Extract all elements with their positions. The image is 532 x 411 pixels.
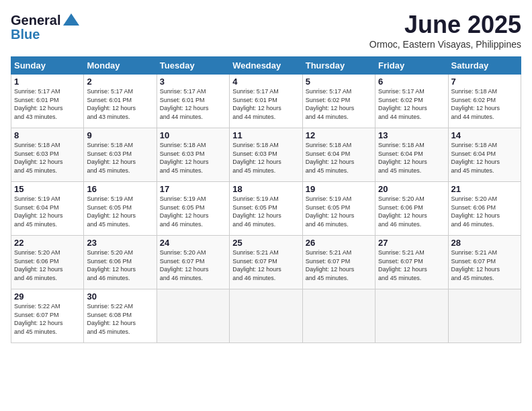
day-info: Sunrise: 5:19 AM Sunset: 6:05 PM Dayligh… (306, 195, 372, 228)
day-number: 7 (451, 77, 518, 87)
day-info: Sunrise: 5:21 AM Sunset: 6:07 PM Dayligh… (451, 248, 518, 282)
calendar-week-row: 8Sunrise: 5:18 AM Sunset: 6:03 PM Daylig… (11, 128, 521, 182)
calendar-day-cell (157, 289, 229, 343)
calendar-day-cell: 3Sunrise: 5:17 AM Sunset: 6:01 PM Daylig… (157, 75, 229, 128)
day-number: 9 (87, 130, 153, 140)
day-info: Sunrise: 5:20 AM Sunset: 6:07 PM Dayligh… (160, 248, 226, 282)
day-number: 26 (306, 238, 372, 248)
calendar-day-cell: 16Sunrise: 5:19 AM Sunset: 6:05 PM Dayli… (84, 182, 157, 236)
calendar-day-cell: 2Sunrise: 5:17 AM Sunset: 6:01 PM Daylig… (84, 75, 157, 128)
day-info: Sunrise: 5:17 AM Sunset: 6:01 PM Dayligh… (160, 87, 226, 121)
calendar-day-cell: 29Sunrise: 5:22 AM Sunset: 6:07 PM Dayli… (11, 289, 84, 343)
day-info: Sunrise: 5:17 AM Sunset: 6:01 PM Dayligh… (14, 87, 81, 121)
logo-icon (62, 11, 81, 30)
calendar-day-cell: 11Sunrise: 5:18 AM Sunset: 6:03 PM Dayli… (230, 128, 302, 182)
calendar-day-cell: 30Sunrise: 5:22 AM Sunset: 6:08 PM Dayli… (84, 289, 157, 343)
day-number: 22 (14, 238, 81, 248)
day-number: 21 (451, 184, 518, 194)
day-number: 14 (451, 130, 518, 140)
title-block: June 2025 Ormoc, Eastern Visayas, Philip… (369, 11, 521, 50)
day-info: Sunrise: 5:18 AM Sunset: 6:04 PM Dayligh… (451, 141, 518, 175)
calendar-day-cell: 8Sunrise: 5:18 AM Sunset: 6:03 PM Daylig… (11, 128, 84, 182)
day-info: Sunrise: 5:21 AM Sunset: 6:07 PM Dayligh… (232, 248, 299, 282)
day-info: Sunrise: 5:19 AM Sunset: 6:05 PM Dayligh… (232, 195, 299, 228)
day-info: Sunrise: 5:20 AM Sunset: 6:06 PM Dayligh… (14, 248, 81, 282)
logo-blue: Blue (11, 27, 40, 42)
calendar-day-cell: 28Sunrise: 5:21 AM Sunset: 6:07 PM Dayli… (448, 236, 521, 289)
day-number: 19 (306, 184, 372, 194)
day-number: 17 (160, 184, 226, 194)
calendar-day-cell: 20Sunrise: 5:20 AM Sunset: 6:06 PM Dayli… (375, 182, 448, 236)
day-number: 5 (306, 77, 372, 87)
calendar-day-cell (302, 289, 375, 343)
day-number: 20 (378, 184, 445, 194)
day-info: Sunrise: 5:22 AM Sunset: 6:08 PM Dayligh… (87, 302, 153, 336)
day-info: Sunrise: 5:18 AM Sunset: 6:04 PM Dayligh… (306, 141, 372, 175)
calendar-day-cell: 17Sunrise: 5:19 AM Sunset: 6:05 PM Dayli… (157, 182, 229, 236)
day-number: 15 (14, 184, 81, 194)
day-number: 11 (232, 130, 299, 140)
day-number: 4 (232, 77, 299, 87)
calendar-week-row: 29Sunrise: 5:22 AM Sunset: 6:07 PM Dayli… (11, 289, 521, 343)
weekday-header: Friday (375, 57, 448, 75)
calendar-day-cell: 23Sunrise: 5:20 AM Sunset: 6:06 PM Dayli… (84, 236, 157, 289)
calendar-day-cell: 12Sunrise: 5:18 AM Sunset: 6:04 PM Dayli… (302, 128, 375, 182)
calendar-week-row: 15Sunrise: 5:19 AM Sunset: 6:04 PM Dayli… (11, 182, 521, 236)
day-number: 23 (87, 238, 153, 248)
day-number: 16 (87, 184, 153, 194)
weekday-header: Wednesday (230, 57, 302, 75)
calendar-day-cell (230, 289, 302, 343)
calendar-day-cell: 14Sunrise: 5:18 AM Sunset: 6:04 PM Dayli… (448, 128, 521, 182)
day-info: Sunrise: 5:20 AM Sunset: 6:06 PM Dayligh… (451, 195, 518, 228)
calendar-day-cell: 27Sunrise: 5:21 AM Sunset: 6:07 PM Dayli… (375, 236, 448, 289)
day-info: Sunrise: 5:21 AM Sunset: 6:07 PM Dayligh… (306, 248, 372, 282)
calendar-day-cell (448, 289, 521, 343)
day-number: 30 (87, 291, 153, 302)
day-number: 25 (232, 238, 299, 248)
day-number: 3 (160, 77, 226, 87)
calendar-day-cell (375, 289, 448, 343)
day-info: Sunrise: 5:17 AM Sunset: 6:02 PM Dayligh… (378, 87, 445, 121)
day-number: 12 (306, 130, 372, 140)
calendar-day-cell: 22Sunrise: 5:20 AM Sunset: 6:06 PM Dayli… (11, 236, 84, 289)
day-info: Sunrise: 5:17 AM Sunset: 6:02 PM Dayligh… (306, 87, 372, 121)
page-header: General Blue June 2025 Ormoc, Eastern Vi… (11, 11, 521, 50)
calendar-title: June 2025 (369, 11, 521, 39)
day-info: Sunrise: 5:21 AM Sunset: 6:07 PM Dayligh… (378, 248, 445, 282)
day-info: Sunrise: 5:19 AM Sunset: 6:04 PM Dayligh… (14, 195, 81, 228)
day-info: Sunrise: 5:20 AM Sunset: 6:06 PM Dayligh… (87, 248, 153, 282)
calendar-day-cell: 15Sunrise: 5:19 AM Sunset: 6:04 PM Dayli… (11, 182, 84, 236)
calendar-week-row: 1Sunrise: 5:17 AM Sunset: 6:01 PM Daylig… (11, 75, 521, 128)
calendar-day-cell: 4Sunrise: 5:17 AM Sunset: 6:01 PM Daylig… (230, 75, 302, 128)
day-number: 13 (378, 130, 445, 140)
day-number: 8 (14, 130, 81, 140)
calendar-day-cell: 6Sunrise: 5:17 AM Sunset: 6:02 PM Daylig… (375, 75, 448, 128)
day-info: Sunrise: 5:19 AM Sunset: 6:05 PM Dayligh… (160, 195, 226, 228)
day-number: 27 (378, 238, 445, 248)
day-info: Sunrise: 5:22 AM Sunset: 6:07 PM Dayligh… (14, 302, 81, 336)
day-info: Sunrise: 5:17 AM Sunset: 6:01 PM Dayligh… (87, 87, 153, 121)
day-info: Sunrise: 5:18 AM Sunset: 6:02 PM Dayligh… (451, 87, 518, 121)
weekday-header: Sunday (11, 57, 84, 75)
day-info: Sunrise: 5:18 AM Sunset: 6:03 PM Dayligh… (14, 141, 81, 175)
calendar-day-cell: 7Sunrise: 5:18 AM Sunset: 6:02 PM Daylig… (448, 75, 521, 128)
day-info: Sunrise: 5:20 AM Sunset: 6:06 PM Dayligh… (378, 195, 445, 228)
day-info: Sunrise: 5:18 AM Sunset: 6:03 PM Dayligh… (232, 141, 299, 175)
logo-general: General (11, 13, 60, 28)
calendar-day-cell: 19Sunrise: 5:19 AM Sunset: 6:05 PM Dayli… (302, 182, 375, 236)
calendar-day-cell: 10Sunrise: 5:18 AM Sunset: 6:03 PM Dayli… (157, 128, 229, 182)
day-number: 1 (14, 77, 81, 87)
day-info: Sunrise: 5:18 AM Sunset: 6:03 PM Dayligh… (87, 141, 153, 175)
calendar-day-cell: 25Sunrise: 5:21 AM Sunset: 6:07 PM Dayli… (230, 236, 302, 289)
day-number: 28 (451, 238, 518, 248)
day-number: 24 (160, 238, 226, 248)
calendar-day-cell: 9Sunrise: 5:18 AM Sunset: 6:03 PM Daylig… (84, 128, 157, 182)
calendar-day-cell: 1Sunrise: 5:17 AM Sunset: 6:01 PM Daylig… (11, 75, 84, 128)
weekday-header: Tuesday (157, 57, 229, 75)
calendar-week-row: 22Sunrise: 5:20 AM Sunset: 6:06 PM Dayli… (11, 236, 521, 289)
calendar-day-cell: 13Sunrise: 5:18 AM Sunset: 6:04 PM Dayli… (375, 128, 448, 182)
day-info: Sunrise: 5:17 AM Sunset: 6:01 PM Dayligh… (232, 87, 299, 121)
weekday-header: Thursday (302, 57, 375, 75)
calendar-subtitle: Ormoc, Eastern Visayas, Philippines (369, 39, 521, 50)
day-number: 18 (232, 184, 299, 194)
